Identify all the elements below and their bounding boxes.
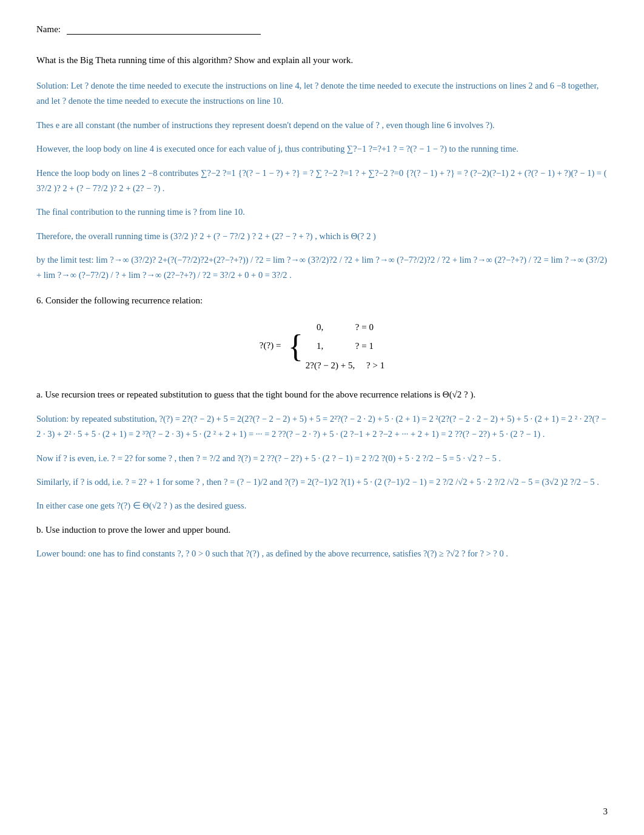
problem-6-label: 6. Consider the following recurrence rel…	[36, 296, 608, 306]
page-number: 3	[603, 806, 608, 817]
part-a-even-case: Now if ? is even, i.e. ? = 2? for some ?…	[36, 451, 608, 466]
part-a-conclusion: In either case one gets ?(?) ∈ Θ(√2 ? ) …	[36, 498, 608, 513]
main-question: What is the Big Theta running time of th…	[36, 53, 608, 67]
big-brace: {	[288, 329, 303, 363]
part-a-solution-intro: Solution: by repeated substitution, ?(?)…	[36, 411, 608, 442]
case-1: 1, ? = 1	[306, 337, 384, 356]
part-b-label: b. Use induction to prove the lower and …	[36, 522, 608, 538]
name-underline	[67, 25, 261, 35]
case-0: 0, ? = 0	[306, 318, 384, 337]
part-a-label: a. Use recursion trees or repeated subst…	[36, 387, 608, 403]
part-a-odd-case: Similarly, if ? is odd, i.e. ? = 2? + 1 …	[36, 475, 608, 490]
name-label: Name:	[36, 24, 61, 35]
solution-block-2: Thes e are all constant (the number of i…	[36, 118, 608, 133]
solution-block-5: The final contribution to the running ti…	[36, 205, 608, 220]
case-2: 2?(? − 2) + 5, ? > 1	[306, 356, 384, 376]
recurrence-lhs: ?(?) =	[260, 340, 283, 350]
cases-table: 0, ? = 0 1, ? = 1 2?(? − 2) + 5, ? > 1	[306, 318, 384, 376]
part-b-lower-bound: Lower bound: one has to find constants ?…	[36, 546, 608, 561]
name-line: Name:	[36, 24, 608, 35]
solution-block-6: Therefore, the overall running time is (…	[36, 229, 608, 244]
solution-block-1: Solution: Let ? denote the time needed t…	[36, 78, 608, 109]
recurrence-box: ?(?) = { 0, ? = 0 1, ? = 1 2?(? − 2) + 5…	[36, 318, 608, 376]
solution-block-4: Hence the loop body on lines 2 −8 contri…	[36, 166, 608, 197]
solution-block-7: by the limit test: lim ?→∞ (3?/2)? 2+(?(…	[36, 252, 608, 283]
solution-block-3: However, the loop body on line 4 is exec…	[36, 141, 608, 157]
